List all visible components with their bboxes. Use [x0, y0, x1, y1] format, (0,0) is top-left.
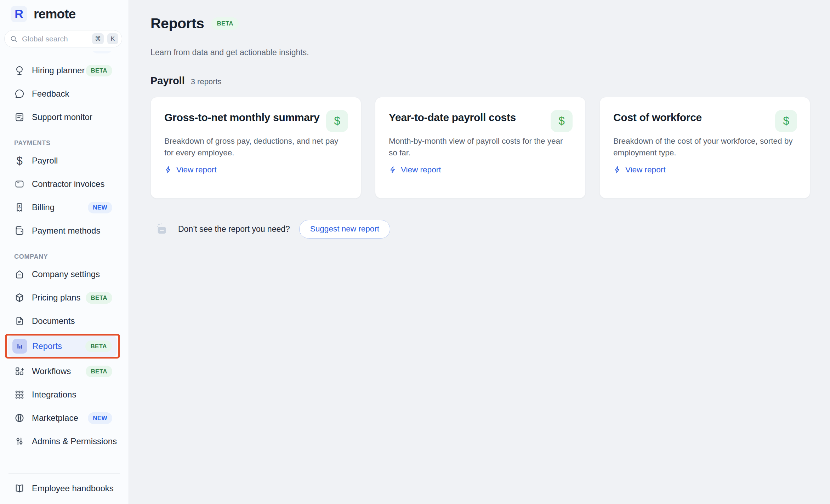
wallet-icon	[14, 225, 25, 236]
sidebar-item-billing[interactable]: $ Billing NEW	[8, 197, 117, 218]
bolt-icon	[389, 166, 397, 174]
payroll-report-count: 3 reports	[191, 77, 222, 86]
dots-grid-icon	[14, 389, 25, 400]
report-card-cost-of-workforce: Cost of workforce $ Breakdown of the cos…	[599, 97, 810, 199]
card-title: Cost of workforce	[613, 111, 774, 124]
sidebar-item-pricing-plans[interactable]: Pricing plans BETA	[8, 287, 117, 308]
sidebar-nav: Hiring planner BETA Feedback Support mon…	[0, 51, 129, 504]
bar-chart-icon	[12, 339, 27, 354]
page-title: Reports	[150, 15, 204, 32]
card-icon	[14, 179, 25, 189]
card-description: Month-by-month view of payroll costs for…	[389, 135, 571, 159]
building-icon	[14, 269, 25, 280]
squares-plus-icon	[14, 366, 25, 377]
suggest-prompt: Don’t see the report you need?	[178, 224, 290, 234]
cmd-key: ⌘	[92, 33, 104, 44]
sidebar-item-feedback[interactable]: Feedback	[8, 83, 117, 104]
new-badge: NEW	[88, 202, 112, 213]
brand-logo[interactable]: R remote	[0, 0, 129, 22]
sidebar-divider	[8, 473, 120, 474]
page-beta-badge: BETA	[211, 17, 239, 30]
dollar-icon: $	[14, 155, 25, 166]
dollar-icon: $	[775, 110, 797, 132]
card-description: Breakdown of the cost of your workforce,…	[613, 135, 796, 159]
view-report-link[interactable]: View report	[164, 165, 216, 174]
beta-badge: BETA	[86, 65, 112, 76]
magic-box-icon	[155, 222, 169, 236]
remote-logo-icon: R	[11, 6, 27, 22]
page-subtitle: Learn from data and get actionable insig…	[150, 48, 810, 57]
sliders-icon	[14, 436, 25, 447]
card-title: Year-to-date payroll costs	[389, 111, 550, 124]
suggest-report-row: Don’t see the report you need? Suggest n…	[150, 220, 810, 239]
card-description: Breakdown of gross pay, deductions, and …	[164, 135, 347, 159]
sidebar-item-hiring-planner[interactable]: Hiring planner BETA	[8, 60, 117, 81]
beta-badge: BETA	[86, 292, 112, 304]
bolt-icon	[613, 166, 621, 174]
sidebar-item-contractor-invoices[interactable]: Contractor invoices	[8, 173, 117, 195]
main-content: Reports BETA Learn from data and get act…	[129, 0, 830, 504]
dollar-icon: $	[551, 110, 573, 132]
sidebar-item-partial	[0, 51, 129, 59]
sidebar-item-admins-permissions[interactable]: Admins & Permissions	[8, 431, 117, 452]
sidebar-item-support-monitor[interactable]: Support monitor	[8, 107, 117, 128]
receipt-icon: $	[14, 202, 25, 213]
section-label-payments: PAYMENTS	[14, 139, 129, 147]
globe-icon	[14, 413, 25, 423]
sidebar-item-payment-methods[interactable]: Payment methods	[8, 220, 117, 241]
section-label-company: COMPANY	[14, 253, 129, 260]
package-icon	[14, 292, 25, 303]
view-report-link[interactable]: View report	[389, 165, 441, 174]
sidebar-item-integrations[interactable]: Integrations	[8, 384, 117, 405]
search-input[interactable]	[21, 34, 89, 44]
suggest-new-report-button[interactable]: Suggest new report	[299, 220, 390, 239]
dollar-icon: $	[326, 110, 348, 132]
sidebar-item-reports[interactable]: Reports BETA	[8, 336, 117, 357]
search-icon	[10, 35, 18, 43]
report-cards: Gross-to-net monthly summary $ Breakdown…	[150, 97, 810, 199]
report-card-ytd-payroll: Year-to-date payroll costs $ Month-by-mo…	[375, 97, 586, 199]
svg-text:$: $	[18, 205, 21, 209]
brand-name: remote	[34, 7, 76, 22]
open-book-icon	[14, 483, 25, 494]
sidebar-item-payroll[interactable]: $ Payroll	[8, 150, 117, 171]
sidebar-item-documents[interactable]: Documents	[8, 310, 117, 332]
card-title: Gross-to-net monthly summary	[164, 111, 325, 124]
new-badge: NEW	[88, 412, 112, 424]
users-icon	[14, 51, 25, 53]
global-search[interactable]: ⌘ K	[4, 30, 122, 47]
k-key: K	[107, 33, 118, 44]
chat-bubble-icon	[14, 88, 25, 99]
annotation-highlight: Reports BETA	[5, 334, 120, 359]
payroll-section-title: Payroll	[150, 75, 185, 87]
view-report-link[interactable]: View report	[613, 165, 665, 174]
faded-badge	[92, 51, 112, 53]
beta-badge: BETA	[85, 340, 112, 352]
sidebar-item-company-settings[interactable]: Company settings	[8, 264, 117, 285]
document-lines-icon	[14, 112, 25, 122]
bolt-icon	[164, 166, 172, 174]
sidebar: R remote ⌘ K	[0, 0, 129, 504]
sidebar-spacer	[0, 453, 129, 466]
sidebar-item-workflows[interactable]: Workflows BETA	[8, 361, 117, 382]
sidebar-item-employee-handbooks[interactable]: Employee handbooks	[8, 478, 117, 499]
sidebar-item-marketplace[interactable]: Marketplace NEW	[8, 407, 117, 429]
file-icon	[14, 316, 25, 326]
report-card-gross-to-net: Gross-to-net monthly summary $ Breakdown…	[150, 97, 361, 199]
globe-stand-icon	[14, 65, 25, 76]
beta-badge: BETA	[86, 366, 112, 377]
